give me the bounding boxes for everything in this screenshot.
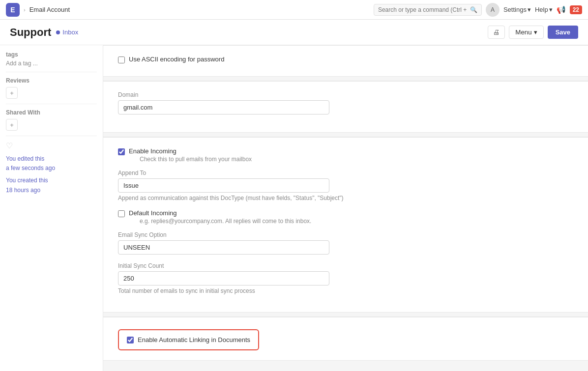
reviews-section-title: Reviews	[6, 77, 97, 84]
domain-label: Domain	[118, 91, 573, 98]
email-sync-input[interactable]	[118, 240, 329, 255]
tags-section-title: tags	[6, 51, 97, 58]
enable-incoming-checkbox[interactable]	[118, 148, 125, 155]
initial-sync-label: Initial Sync Count	[118, 262, 573, 269]
badge-label: Inbox	[62, 29, 78, 36]
settings-menu[interactable]: Settings ▾	[503, 6, 531, 13]
breadcrumb: Email Account	[29, 6, 70, 13]
print-button[interactable]: 🖨	[488, 26, 505, 39]
navbar: E › Email Account 🔍 A Settings ▾ Help ▾ …	[0, 0, 588, 20]
incoming-section: Enable Incoming Check this to pull email…	[103, 137, 588, 313]
create-meta: You created this 18 hours ago	[6, 176, 97, 195]
append-to-row: Append To Append as communication agains…	[118, 170, 573, 201]
notification-badge[interactable]: 22	[570, 5, 582, 14]
search-icon: 🔍	[470, 6, 477, 13]
enable-incoming-label: Enable Incoming	[129, 147, 176, 155]
page-actions: 🖨 Menu▾ Save	[488, 26, 578, 39]
autolink-checkbox[interactable]	[127, 337, 134, 343]
initial-sync-input[interactable]	[118, 271, 329, 285]
email-sync-row: Email Sync Option	[118, 231, 573, 255]
initial-sync-hint: Total number of emails to sync in initia…	[118, 287, 573, 294]
ascii-checkbox[interactable]	[118, 57, 125, 63]
autolink-highlight: Enable Automatic Linking in Documents	[118, 329, 259, 350]
default-incoming-checkbox[interactable]	[118, 210, 125, 217]
page-header: Support Inbox 🖨 Menu▾ Save	[0, 20, 588, 45]
domain-section: Domain	[103, 81, 588, 133]
domain-row: Domain	[118, 91, 573, 114]
sidebar: tags Add a tag ... Reviews + Shared With…	[0, 45, 103, 371]
default-incoming-label: Default Incoming	[129, 209, 177, 217]
add-tag-link[interactable]: Add a tag ...	[6, 60, 97, 67]
search-bar[interactable]: 🔍	[374, 4, 482, 16]
default-incoming-row: Default Incoming e.g. replies@yourcompan…	[118, 209, 573, 225]
heart-icon: ♡	[6, 141, 97, 150]
search-input[interactable]	[378, 6, 467, 13]
breadcrumb-chevron: ›	[24, 7, 26, 13]
append-to-input[interactable]	[118, 178, 329, 193]
page-title-area: Support Inbox	[10, 26, 78, 39]
main-content: Use ASCII encoding for password Domain E…	[103, 45, 588, 371]
initial-sync-row: Initial Sync Count Total number of email…	[118, 262, 573, 294]
help-menu[interactable]: Help ▾	[535, 6, 553, 13]
edit-meta: You edited this a few seconds ago	[6, 154, 97, 173]
layout: tags Add a tag ... Reviews + Shared With…	[0, 45, 588, 371]
email-sync-label: Email Sync Option	[118, 231, 573, 238]
page-title: Support	[10, 26, 51, 39]
avatar: A	[486, 3, 500, 17]
add-shared-button[interactable]: +	[6, 119, 18, 131]
app-logo: E	[6, 3, 20, 17]
append-to-label: Append To	[118, 170, 573, 176]
page-badge: Inbox	[56, 29, 78, 36]
default-incoming-hint: e.g. replies@yourcompany.com. All replie…	[140, 218, 311, 225]
shared-with-section-title: Shared With	[6, 109, 97, 116]
enable-incoming-hint: Check this to pull emails from your mail…	[140, 156, 252, 163]
autolink-section: Enable Automatic Linking in Documents	[103, 317, 588, 361]
autolink-label: Enable Automatic Linking in Documents	[138, 336, 250, 343]
menu-button[interactable]: Menu▾	[509, 26, 543, 39]
divider-1	[6, 72, 97, 72]
ascii-section: Use ASCII encoding for password	[103, 45, 588, 77]
append-to-hint: Append as communication against this Doc…	[118, 195, 573, 201]
ascii-checkbox-row: Use ASCII encoding for password	[118, 56, 573, 63]
ascii-label: Use ASCII encoding for password	[129, 56, 224, 63]
announcement-icon[interactable]: 📢	[557, 5, 566, 14]
domain-input[interactable]	[118, 100, 329, 114]
divider-2	[6, 104, 97, 104]
enable-incoming-row: Enable Incoming Check this to pull email…	[118, 147, 573, 163]
badge-dot	[56, 30, 60, 34]
save-button[interactable]: Save	[548, 26, 578, 39]
add-review-button[interactable]: +	[6, 87, 18, 99]
divider-3	[6, 136, 97, 136]
